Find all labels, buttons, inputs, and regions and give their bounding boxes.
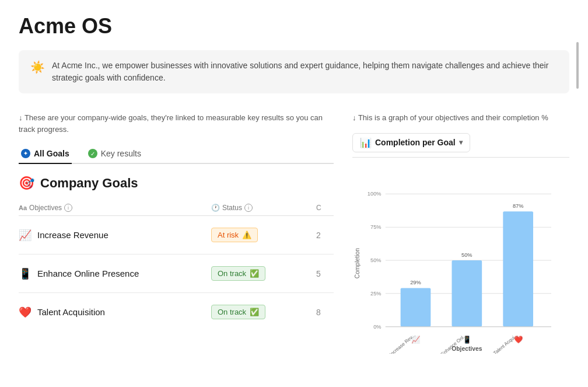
- goal-status-enhance-online: On track ✅: [211, 266, 316, 281]
- key-results-icon: ✓: [88, 149, 97, 158]
- bar-enhance-online: [452, 260, 482, 327]
- completion-chart: Completion 100% 75% 50% 25% 0% 29%: [352, 167, 569, 354]
- objective-info-icon[interactable]: i: [64, 204, 72, 212]
- right-hint: ↓ This is a graph of your objectives and…: [352, 112, 569, 124]
- goal-extra-increase-revenue: 2: [316, 231, 334, 240]
- col-header-status: 🕐 Status i: [211, 204, 316, 212]
- goal-extra-enhance-online: 5: [316, 269, 334, 278]
- svg-text:87%: 87%: [513, 203, 524, 209]
- col-header-objective: Aa Objectives i: [19, 204, 211, 212]
- table-header: Aa Objectives i 🕐 Status i C: [19, 200, 334, 216]
- section-title: 🎯 Company Goals: [19, 176, 334, 191]
- svg-text:25%: 25%: [370, 290, 382, 296]
- page-title: Acme OS: [19, 14, 569, 39]
- chart-dropdown-icon: ▾: [459, 138, 463, 147]
- goal-name-increase-revenue: 📈 Increase Revenue: [19, 229, 211, 242]
- all-goals-icon: ✦: [21, 149, 30, 158]
- right-panel: ↓ This is a graph of your objectives and…: [352, 112, 569, 354]
- banner-text: At Acme Inc., we empower businesses with…: [52, 60, 558, 84]
- svg-text:Objectives: Objectives: [452, 346, 482, 352]
- goal-extra-talent-acquisition: 8: [316, 308, 334, 317]
- chart-divider: [352, 157, 569, 158]
- status-badge-on-track-1: On track ✅: [211, 266, 265, 281]
- goal-row-talent-acquisition[interactable]: ❤️ Talent Acquisition On track ✅ 8: [19, 293, 334, 331]
- bar-increase-revenue: [401, 288, 431, 326]
- tabs-container: ✦ All Goals ✓ Key results: [19, 144, 334, 164]
- page-container: Acme OS ☀️ At Acme Inc., we empower busi…: [0, 0, 588, 368]
- svg-text:50%: 50%: [370, 257, 382, 263]
- chart-title-button[interactable]: 📊 Completion per Goal ▾: [352, 133, 470, 152]
- tab-key-results[interactable]: ✓ Key results: [86, 144, 144, 164]
- goal-icon-increase-revenue: 📈: [19, 229, 32, 242]
- left-hint: ↓ These are your company-wide goals, the…: [19, 112, 334, 135]
- goal-icon-enhance-online: 📱: [19, 267, 32, 280]
- banner: ☀️ At Acme Inc., we empower businesses w…: [19, 50, 569, 93]
- status-badge-at-risk: At risk ⚠️: [211, 228, 258, 242]
- svg-text:100%: 100%: [368, 191, 382, 197]
- svg-text:75%: 75%: [370, 224, 382, 230]
- goals-list: 📈 Increase Revenue At risk ⚠️ 2: [19, 216, 334, 331]
- status-info-icon[interactable]: i: [244, 204, 253, 212]
- section-title-text: Company Goals: [40, 176, 138, 191]
- goal-status-talent-acquisition: On track ✅: [211, 305, 316, 319]
- section-icon: 🎯: [19, 176, 34, 191]
- goal-name-talent-acquisition: ❤️ Talent Acquisition: [19, 306, 211, 319]
- bar-talent-acquisition: [503, 211, 533, 326]
- goal-row-enhance-online[interactable]: 📱 Enhance Online Presence On track ✅ 5: [19, 254, 334, 293]
- goal-row-increase-revenue[interactable]: 📈 Increase Revenue At risk ⚠️ 2: [19, 216, 334, 254]
- content-area: ↓ These are your company-wide goals, the…: [19, 112, 569, 354]
- chart-container: Completion 100% 75% 50% 25% 0% 29%: [352, 167, 569, 354]
- chart-header: 📊 Completion per Goal ▾: [352, 133, 569, 152]
- svg-text:29%: 29%: [410, 280, 421, 285]
- svg-text:0%: 0%: [373, 323, 381, 329]
- left-panel: ↓ These are your company-wide goals, the…: [19, 112, 334, 354]
- goal-name-enhance-online: 📱 Enhance Online Presence: [19, 267, 211, 280]
- tab-all-goals-label: All Goals: [34, 149, 69, 158]
- goal-status-increase-revenue: At risk ⚠️: [211, 228, 316, 242]
- svg-text:50%: 50%: [461, 252, 473, 257]
- tab-all-goals[interactable]: ✦ All Goals: [19, 144, 72, 164]
- chart-title-text: Completion per Goal: [375, 138, 456, 147]
- scrollbar[interactable]: [576, 42, 579, 89]
- tab-key-results-label: Key results: [101, 149, 141, 158]
- banner-icon: ☀️: [30, 60, 45, 74]
- chart-bar-icon: 📊: [360, 137, 372, 148]
- status-badge-on-track-2: On track ✅: [211, 305, 265, 319]
- col-header-extra: C: [316, 204, 334, 212]
- y-axis-label: Completion: [354, 247, 360, 278]
- goal-icon-talent-acquisition: ❤️: [19, 306, 32, 319]
